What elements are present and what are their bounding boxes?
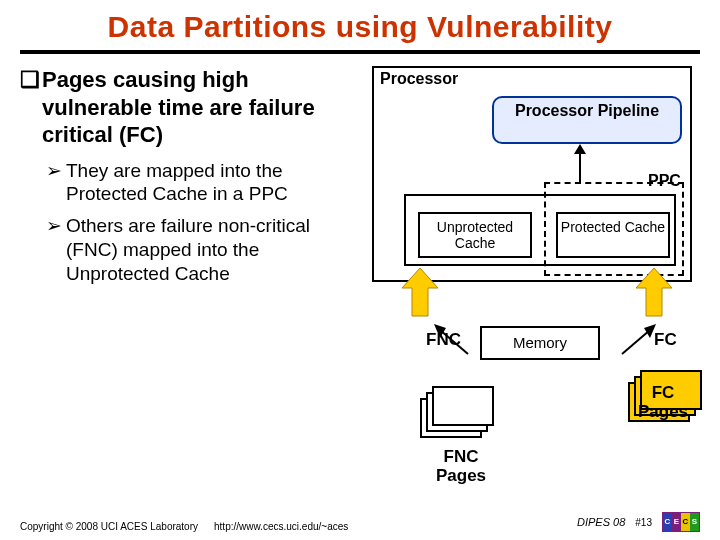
slide-body: ❑ Pages causing high vulnerable time are… [0,66,720,293]
fc-label: FC [654,330,677,350]
fc-pages-label-a: FC [628,384,698,403]
footer: Copyright © 2008 UCI ACES Laboratory htt… [20,512,700,532]
slide: Data Partitions using Vulnerability ❑ Pa… [0,0,720,540]
logo-letter: C [681,513,690,531]
bullet-square-icon: ❑ [20,66,42,149]
svg-line-6 [622,330,650,354]
bullet-sub-1: ➢ They are mapped into the Protected Cac… [46,159,362,207]
text-column: ❑ Pages causing high vulnerable time are… [20,66,362,293]
svg-marker-5 [434,324,446,338]
fnc-page-stack [420,386,498,442]
fnc-pages-label: FNC Pages [426,448,496,485]
page-icon [432,386,494,426]
processor-label: Processor [380,70,458,88]
slide-number: #13 [635,517,652,528]
slide-title: Data Partitions using Vulnerability [0,0,720,50]
bullet-sub-2-text: Others are failure non-critical (FNC) ma… [66,214,362,285]
memory-row: FNC Memory FC [370,320,710,364]
fc-pages-label-b: Pages [628,403,698,422]
svg-marker-2 [402,268,438,316]
conference-name: DIPES 08 [577,516,625,528]
unprotected-cache-box: Unprotected Cache [418,212,532,258]
processor-box: Processor Processor Pipeline PPC Unprote… [372,66,692,282]
svg-marker-3 [636,268,672,316]
arrow-up-left-icon [428,320,478,368]
protected-cache-box: Protected Cache [556,212,670,258]
fc-pages-label: FC Pages [628,384,698,421]
bullet-main-text: Pages causing high vulnerable time are f… [42,66,362,149]
cecs-logo: C E C S [662,512,700,532]
chevron-right-icon: ➢ [46,214,66,285]
cache-group: Unprotected Cache Protected Cache [404,180,676,270]
footer-right: DIPES 08 #13 C E C S [577,512,700,532]
diagram-column: Processor Processor Pipeline PPC Unprote… [362,66,700,293]
footer-url: http://www.cecs.uci.edu/~aces [214,521,348,532]
bullet-main: ❑ Pages causing high vulnerable time are… [20,66,362,149]
copyright-text: Copyright © 2008 UCI ACES Laboratory [20,521,198,532]
chevron-right-icon: ➢ [46,159,66,207]
svg-line-4 [440,330,468,354]
logo-letter: C [663,513,672,531]
bullet-sub-2: ➢ Others are failure non-critical (FNC) … [46,214,362,285]
title-rule [20,50,700,54]
logo-letter: E [672,513,681,531]
svg-marker-1 [574,144,586,154]
memory-box: Memory [480,326,600,360]
bullet-sub-1-text: They are mapped into the Protected Cache… [66,159,362,207]
processor-pipeline-box: Processor Pipeline [492,96,682,144]
logo-letter: S [690,513,699,531]
